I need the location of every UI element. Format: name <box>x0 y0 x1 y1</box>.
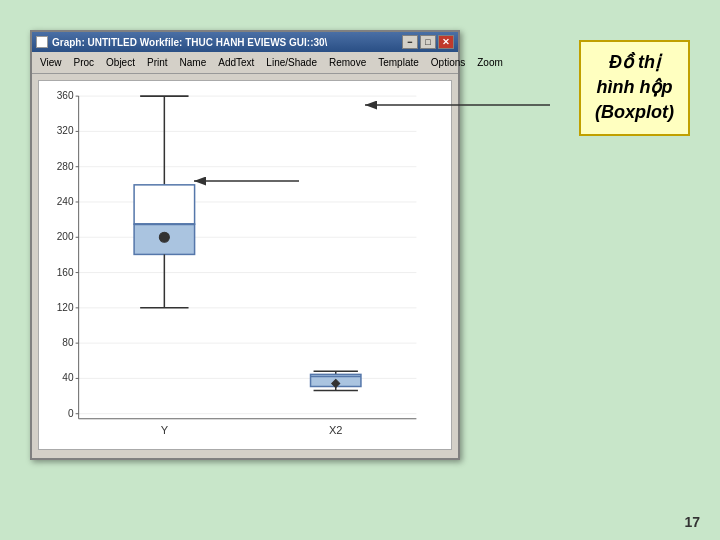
svg-text:360: 360 <box>57 90 74 101</box>
menu-remove[interactable]: Remove <box>323 54 372 71</box>
arrow-annotation <box>189 166 309 196</box>
svg-text:40: 40 <box>62 372 74 383</box>
menu-options[interactable]: Options <box>425 54 471 71</box>
svg-text:280: 280 <box>57 161 74 172</box>
svg-text:0: 0 <box>68 408 74 419</box>
slide-container: Graph: UNTITLED Workfile: THUC HANH EVIE… <box>0 0 720 540</box>
svg-text:Y: Y <box>161 424 169 436</box>
label-box: Đồ thị hình hộp (Boxplot) <box>579 40 690 136</box>
menu-addtext[interactable]: AddText <box>212 54 260 71</box>
title-bar: Graph: UNTITLED Workfile: THUC HANH EVIE… <box>32 32 458 52</box>
maximize-button[interactable]: □ <box>420 35 436 49</box>
svg-text:80: 80 <box>62 337 74 348</box>
svg-point-39 <box>159 232 169 242</box>
menu-object[interactable]: Object <box>100 54 141 71</box>
close-button[interactable]: ✕ <box>438 35 454 49</box>
svg-text:240: 240 <box>57 196 74 207</box>
page-number: 17 <box>684 514 700 530</box>
svg-rect-34 <box>134 185 194 224</box>
svg-text:120: 120 <box>57 302 74 313</box>
menu-proc[interactable]: Proc <box>68 54 101 71</box>
title-bar-text: Graph: UNTITLED Workfile: THUC HANH EVIE… <box>36 36 327 48</box>
title-controls[interactable]: − □ ✕ <box>402 35 454 49</box>
graph-area: 360 320 280 240 200 160 120 80 40 0 <box>38 80 452 450</box>
menu-lineshade[interactable]: Line/Shade <box>260 54 323 71</box>
menu-name[interactable]: Name <box>174 54 213 71</box>
svg-text:X2: X2 <box>329 424 343 436</box>
label-line2: hình hộp <box>595 75 674 100</box>
template-arrow <box>360 95 560 115</box>
label-line3: (Boxplot) <box>595 100 674 125</box>
window-icon <box>36 36 48 48</box>
svg-text:200: 200 <box>57 231 74 242</box>
menu-zoom[interactable]: Zoom <box>471 54 509 71</box>
svg-text:160: 160 <box>57 267 74 278</box>
minimize-button[interactable]: − <box>402 35 418 49</box>
window-title: Graph: UNTITLED Workfile: THUC HANH EVIE… <box>52 37 327 48</box>
menu-bar: View Proc Object Print Name AddText Line… <box>32 52 458 74</box>
menu-print[interactable]: Print <box>141 54 174 71</box>
svg-text:320: 320 <box>57 125 74 136</box>
label-line1: Đồ thị <box>595 50 674 75</box>
menu-template[interactable]: Template <box>372 54 425 71</box>
menu-view[interactable]: View <box>34 54 68 71</box>
boxplot-chart: 360 320 280 240 200 160 120 80 40 0 <box>39 81 451 449</box>
